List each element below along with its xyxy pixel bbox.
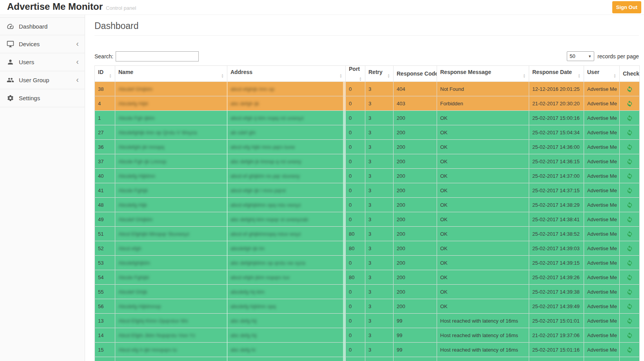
cell-response-message: OK: [437, 299, 529, 314]
column-header-id[interactable]: ID▲▼: [95, 66, 115, 82]
cell-id: 51: [95, 227, 115, 241]
sidebar-item-user-group[interactable]: User Group‹: [0, 71, 85, 89]
table-row: 40Abcdefg Hijklmnabcd ef ghijklm no pqr …: [95, 169, 640, 183]
cell-user: Advertise Me: [584, 227, 620, 241]
cell-address-redacted: abcd ef ghijklmnopq rstuv wxyz: [227, 227, 346, 241]
refresh-icon[interactable]: [626, 231, 633, 237]
page-title: Dashboard: [94, 20, 644, 31]
table-row: 14Abcd Efghi Jklm Nopqrstu Vwx Yzabc def…: [95, 328, 640, 343]
cell-check: [620, 96, 640, 111]
refresh-icon[interactable]: [626, 289, 633, 295]
cell-port: 0: [346, 256, 365, 270]
cell-retry: 3: [365, 285, 394, 299]
table-row: 37Abcde Fgh ijk Lmnopabc defghi jk lmnop…: [95, 154, 640, 169]
column-header-addr[interactable]: Address▲▼: [227, 66, 346, 82]
sort-icon: ▲▼: [359, 77, 362, 81]
cell-retry: 3: [365, 270, 394, 285]
cell-response-code: 200: [394, 241, 437, 256]
cell-port: 0: [346, 212, 365, 227]
column-header-user[interactable]: User▲▼: [584, 66, 620, 82]
cell-check: [620, 111, 640, 125]
cell-user: Advertise Me: [584, 299, 620, 314]
cell-address-redacted: abcdefg hij klm: [227, 285, 346, 299]
column-header-message[interactable]: Response Message▲▼: [437, 66, 529, 82]
cell-user: Advertise Me: [584, 212, 620, 227]
column-label: Check: [623, 70, 639, 77]
table-row: 1Abcde Fgh ijklmabcd efgh ij klm nopq rs…: [95, 111, 640, 125]
refresh-icon[interactable]: [626, 86, 633, 92]
refresh-icon[interactable]: [626, 129, 633, 136]
table-row: 4Abcdefg Hijklabc defgh ijk03403Forbidde…: [95, 96, 640, 111]
column-header-code[interactable]: Response Code▼: [394, 66, 437, 82]
redaction-band: [343, 111, 345, 125]
table-header-row: ID▲▼Name▲▼Address▲▼Port▲▼Retry▲▼Response…: [95, 66, 640, 82]
cell-response-date: 25-02-2017 14:39:03: [529, 241, 584, 256]
search-input[interactable]: [116, 51, 199, 61]
refresh-icon[interactable]: [626, 158, 633, 165]
app-subtitle: Control panel: [106, 5, 136, 11]
cell-retry: 3: [365, 198, 394, 212]
redaction-band: [343, 169, 345, 183]
records-per-page-label: records per page: [597, 53, 639, 60]
refresh-icon[interactable]: [626, 318, 633, 324]
cell-check: [620, 183, 640, 198]
column-header-date[interactable]: Response Date▲▼: [529, 66, 584, 82]
cell-name-redacted: Abcdefghi jkl mnopq: [115, 140, 227, 154]
table-row: 38Abcdef Ghijklmabcd efghijk lmn op03404…: [95, 82, 640, 96]
redaction-band: [343, 299, 345, 314]
refresh-icon[interactable]: [626, 332, 633, 339]
cell-name-redacted: Abcdefg Hijkl: [115, 96, 227, 111]
refresh-icon[interactable]: [626, 347, 633, 353]
chevron-left-icon: ‹: [76, 39, 79, 48]
sidebar-item-devices[interactable]: Devices‹: [0, 35, 85, 53]
cell-response-message: Not Found: [437, 82, 529, 96]
column-label: Address: [230, 69, 252, 75]
sidebar-item-label: Devices: [19, 41, 40, 47]
cell-address-redacted: abcdefgh ijk lm: [227, 241, 346, 256]
sidebar-item-settings[interactable]: Settings: [0, 89, 85, 107]
page-size-select[interactable]: 50 ▼: [567, 51, 594, 61]
refresh-icon[interactable]: [626, 173, 633, 179]
refresh-icon[interactable]: [626, 100, 633, 107]
refresh-icon[interactable]: [626, 144, 633, 150]
cell-id: 49: [95, 212, 115, 227]
cell-address-redacted: abc defghi jk lmnop q rst uvwxy: [227, 154, 346, 169]
cell-response-message: OK: [437, 111, 529, 125]
sidebar-item-dashboard[interactable]: Dashboard: [0, 17, 85, 35]
refresh-icon[interactable]: [626, 202, 633, 208]
cell-response-message: OK: [437, 154, 529, 169]
cell-port: 0: [346, 96, 365, 111]
cell-response-date: 25-02-2017 15:01:01: [529, 314, 584, 328]
app-title-text: Advertise Me Monitor: [7, 1, 103, 12]
sort-icon: ▲▼: [523, 74, 526, 78]
refresh-icon[interactable]: [626, 260, 633, 266]
cell-response-message: OK: [437, 140, 529, 154]
refresh-icon[interactable]: [626, 245, 633, 252]
cell-retry: 3: [365, 299, 394, 314]
cell-response-message: OK: [437, 285, 529, 299]
cell-check: [620, 154, 640, 169]
sidebar-item-users[interactable]: Users‹: [0, 53, 85, 71]
refresh-icon[interactable]: [626, 187, 633, 194]
cell-name-redacted: Abcdefg Hijk: [115, 198, 227, 212]
refresh-icon[interactable]: [626, 216, 633, 223]
table-row: 51Abcd Efghijkl Mnopqr Stuvwxyzabcd ef g…: [95, 227, 640, 241]
column-header-port[interactable]: Port▲▼: [346, 66, 365, 82]
sign-out-button[interactable]: Sign Out: [612, 1, 641, 13]
redaction-band: [343, 212, 345, 227]
cell-id: 4: [95, 96, 115, 111]
cell-port: 80: [346, 270, 365, 285]
cell-response-date: 25-02-2017 15:01:16: [529, 343, 584, 357]
cell-address-redacted: abc defg hi: [227, 343, 346, 357]
refresh-icon[interactable]: [626, 274, 633, 281]
refresh-icon[interactable]: [626, 303, 633, 310]
refresh-icon[interactable]: [626, 115, 633, 121]
column-label: Response Code: [397, 70, 437, 77]
cell-response-date: 21-02-2017 19:37:06: [529, 328, 584, 343]
column-header-name[interactable]: Name▲▼: [115, 66, 227, 82]
cell-id: 38: [95, 82, 115, 96]
cell-user: Advertise Me: [584, 140, 620, 154]
cell-address-redacted: abcd efghijklmn opq rstu vwxyz: [227, 198, 346, 212]
column-header-retry[interactable]: Retry▲▼: [365, 66, 394, 82]
cell-response-message: Host reached with latency of 16ms: [437, 314, 529, 328]
